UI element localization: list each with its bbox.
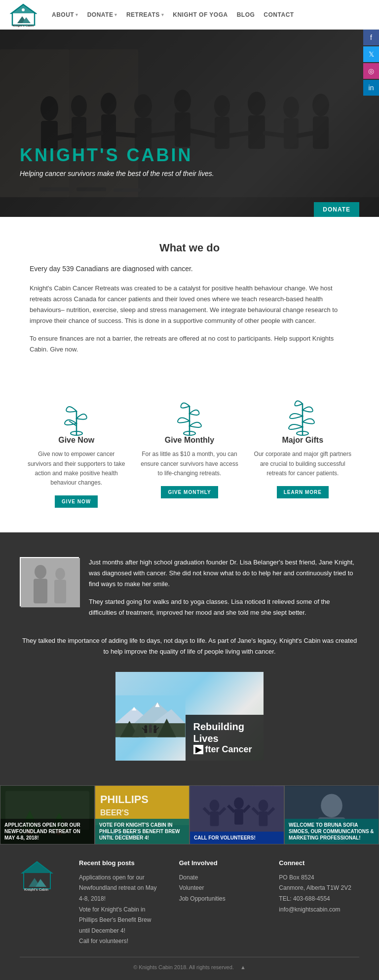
- nav-about[interactable]: ABOUT ▾: [52, 11, 78, 18]
- video-title: Rebuilding Lives: [193, 721, 256, 744]
- svg-rect-64: [145, 728, 148, 733]
- svg-point-51: [55, 568, 65, 580]
- footer-link-volunteer[interactable]: Volunteer: [179, 883, 260, 894]
- logo-image: Knight's Cabin: [10, 2, 37, 27]
- svg-text:Knight's Cabin: Knight's Cabin: [13, 24, 34, 27]
- svg-rect-85: [210, 811, 219, 826]
- giving-card-monthly: Give Monthly For as little as $10 a mont…: [140, 396, 239, 508]
- svg-text:Knight's Cabin: Knight's Cabin: [24, 888, 48, 891]
- news-card-volunteers[interactable]: CALL FOR VOLUNTEERS!: [190, 785, 284, 844]
- major-gifts-title: Major Gifts: [282, 436, 324, 445]
- svg-point-49: [35, 565, 46, 579]
- video-bg-svg: [115, 672, 186, 761]
- svg-text:PHILLIPS: PHILLIPS: [100, 793, 149, 805]
- footer-post-1[interactable]: Applications open for our Newfoundland r…: [79, 873, 159, 905]
- story-top: Just months after high school graduation…: [20, 557, 359, 625]
- footer: Knight's Cabin Cancer Retreats Recent bl…: [0, 844, 379, 980]
- news-card-4-text: WELCOME TO BRUNA SOFIA SIMOES, OUR COMMU…: [285, 819, 379, 844]
- giving-card-major: Major Gifts Our corporate and major gift…: [253, 396, 352, 508]
- footer-link-jobs[interactable]: Job Opportunities: [179, 894, 260, 905]
- svg-rect-68: [153, 728, 156, 733]
- hero-bg-svg: [0, 30, 379, 217]
- footer-inner: Knight's Cabin Cancer Retreats Recent bl…: [20, 859, 359, 947]
- nav-links: ABOUT ▾ DONATE ▾ RETREATS ▾ KNIGHT OF YO…: [52, 11, 294, 18]
- what-we-do-heading: What we do: [30, 242, 349, 254]
- footer-connect: Connect PO Box 8524 Canmore, Alberta T1W…: [279, 859, 359, 947]
- footer-post-2[interactable]: Vote for Knight's Cabin in Phillips Beer…: [79, 905, 159, 937]
- news-card-3-text: CALL FOR VOLUNTEERS!: [190, 832, 284, 844]
- major-gifts-plant-icon: [285, 396, 320, 436]
- svg-rect-50: [34, 579, 47, 603]
- nav-contact[interactable]: CONTACT: [264, 11, 294, 18]
- news-strip: APPLICATIONS OPEN FOR OUR NEWFOUNDLAND R…: [0, 785, 379, 844]
- logo-area[interactable]: Knight's Cabin: [10, 2, 37, 27]
- news-card-bruna[interactable]: WELCOME TO BRUNA SOFIA SIMOES, OUR COMMU…: [284, 785, 379, 844]
- svg-point-92: [259, 800, 268, 811]
- nav-blog[interactable]: BLOG: [237, 11, 255, 18]
- give-monthly-plant-icon: [172, 396, 207, 436]
- hero-subtitle: Helping cancer survivors make the best o…: [20, 170, 214, 177]
- about-dropdown-arrow: ▾: [76, 12, 78, 17]
- story-para1: Just months after high school graduation…: [89, 557, 359, 590]
- svg-text:BEER'S: BEER'S: [100, 808, 129, 817]
- hero-section: KNIGHT'S CABIN Helping cancer survivors …: [0, 30, 379, 217]
- hero-donate-button[interactable]: DONATE: [314, 202, 359, 217]
- footer-logo-svg: Knight's Cabin Cancer Retreats: [20, 859, 54, 891]
- footer-copyright: © Knights Cabin 2018. All rights reserve…: [20, 957, 359, 970]
- footer-logo-area: Knight's Cabin Cancer Retreats: [20, 859, 59, 947]
- video-text-overlay: Rebuilding Lives ▶ fter Cancer: [186, 715, 264, 761]
- twitter-icon[interactable]: 𝕏: [363, 46, 379, 62]
- news-card-phillips[interactable]: PHILLIPS BEER'S ALBERTA VOTE FOR KNIGHT'…: [95, 785, 190, 844]
- navbar: Knight's Cabin ABOUT ▾ DONATE ▾ RETREATS…: [0, 0, 379, 30]
- donate-dropdown-arrow: ▾: [114, 12, 117, 17]
- nav-knight-of-yoga[interactable]: KNIGHT OF YOGA: [173, 11, 227, 18]
- give-now-title: Give Now: [58, 436, 94, 445]
- news-card-1-text: APPLICATIONS OPEN FOR OUR NEWFOUNDLAND R…: [0, 819, 94, 844]
- what-we-do-para2: To ensure finances are not a barrier, th…: [30, 333, 349, 355]
- footer-connect-heading: Connect: [279, 859, 359, 867]
- news-card-newfoundland[interactable]: APPLICATIONS OPEN FOR OUR NEWFOUNDLAND R…: [0, 785, 95, 844]
- svg-point-4: [22, 8, 25, 11]
- news-card-2-text: VOTE FOR KNIGHT'S CABIN IN PHILLIPS BEER…: [95, 819, 189, 844]
- footer-address: PO Box 8524 Canmore, Alberta T1W 2V2 TEL…: [279, 873, 359, 915]
- nav-donate[interactable]: DONATE ▾: [87, 11, 117, 18]
- svg-point-84: [210, 800, 220, 811]
- give-monthly-title: Give Monthly: [165, 436, 214, 445]
- major-gifts-button[interactable]: LEARN MORE: [277, 486, 329, 498]
- svg-rect-48: [21, 558, 80, 607]
- giving-section: Give Now Give now to empower cancer surv…: [0, 382, 379, 532]
- give-monthly-button[interactable]: GIVE MONTHLY: [161, 486, 218, 498]
- major-gifts-description: Our corporate and major gift partners ar…: [253, 450, 352, 478]
- give-now-button[interactable]: GIVE NOW: [55, 495, 98, 508]
- svg-point-63: [145, 725, 148, 729]
- giving-card-now: Give Now Give now to empower cancer surv…: [27, 396, 126, 508]
- story-photo: [20, 557, 79, 606]
- footer-posts-heading: Recent blog posts: [79, 859, 159, 867]
- story-video[interactable]: Rebuilding Lives ▶ fter Cancer: [115, 672, 264, 761]
- svg-marker-100: [22, 862, 52, 873]
- story-text: Just months after high school graduation…: [89, 557, 359, 625]
- svg-rect-40: [0, 30, 379, 217]
- what-we-do-para1: Knight's Cabin Cancer Retreats was creat…: [30, 283, 349, 326]
- linkedin-icon[interactable]: in: [363, 80, 379, 96]
- footer-get-involved: Get Involved Donate Volunteer Job Opport…: [179, 859, 260, 947]
- copyright-text: © Knights Cabin 2018. All rights reserve…: [133, 964, 234, 970]
- scroll-top-icon[interactable]: ▲: [240, 964, 246, 970]
- svg-point-97: [321, 794, 342, 817]
- social-sidebar: f 𝕏 ◎ in: [363, 30, 379, 97]
- give-now-plant-icon: [59, 396, 94, 436]
- nav-retreats[interactable]: RETREATS ▾: [126, 11, 164, 18]
- what-we-do-lead: Every day 539 Canadians are diagnosed wi…: [30, 263, 349, 275]
- story-para2: They started going for walks and to yoga…: [89, 596, 359, 618]
- founder-photo-svg: [21, 558, 80, 607]
- what-we-do-section: What we do Every day 539 Canadians are d…: [0, 217, 379, 382]
- footer-recent-posts: Recent blog posts Applications open for …: [79, 859, 159, 947]
- retreats-dropdown-arrow: ▾: [161, 12, 164, 17]
- footer-post-3[interactable]: Call for volunteers!: [79, 936, 159, 947]
- instagram-icon[interactable]: ◎: [363, 63, 379, 79]
- footer-link-donate[interactable]: Donate: [179, 873, 260, 883]
- facebook-icon[interactable]: f: [363, 30, 379, 45]
- hero-content: KNIGHT'S CABIN Helping cancer survivors …: [20, 145, 214, 187]
- give-monthly-description: For as little as $10 a month, you can en…: [140, 450, 239, 478]
- story-para3: They talked the importance of adding lif…: [20, 635, 359, 657]
